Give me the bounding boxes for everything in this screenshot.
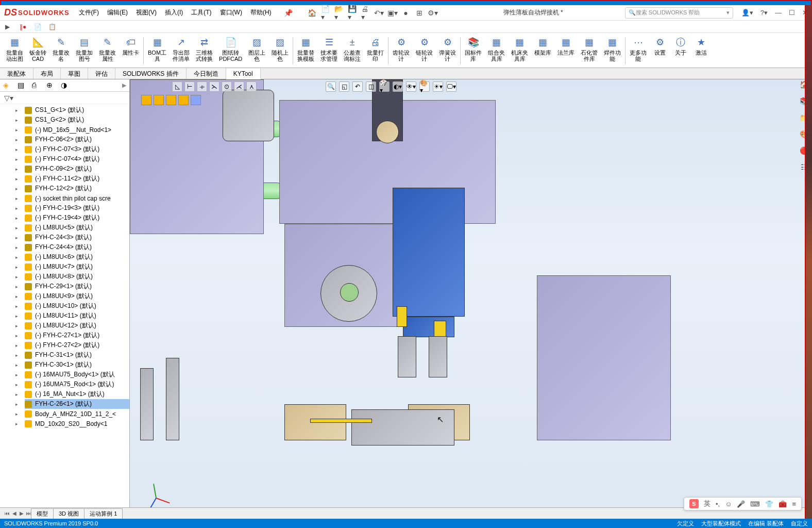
rebuild-icon[interactable]: ● bbox=[401, 8, 411, 18]
tree-item[interactable]: ▸MD_10x20_S20__Body<1 bbox=[25, 419, 129, 428]
ribbon-button[interactable]: ✎批量改 属性 bbox=[96, 35, 119, 67]
expand-icon[interactable]: ▸ bbox=[15, 323, 18, 328]
motion-tab[interactable]: 3D 视图 bbox=[53, 508, 84, 519]
axis5-icon[interactable]: ⋌ bbox=[234, 81, 244, 92]
tree-item[interactable]: ▸(-) 16_MA_Nut<1> (默认) bbox=[25, 389, 129, 399]
ribbon-button[interactable]: ⚙链轮设 计 bbox=[413, 35, 436, 67]
axis2-icon[interactable]: ⟛ bbox=[197, 81, 207, 92]
expand-icon[interactable]: ▸ bbox=[15, 353, 18, 358]
save-icon[interactable]: 💾▾ bbox=[348, 8, 357, 18]
edit-appearance-icon[interactable]: 🎨▾ bbox=[419, 81, 430, 92]
tree-item[interactable]: ▸FYH-C-24<3> (默认) bbox=[25, 233, 129, 242]
filter-bar[interactable]: ▽▾ bbox=[0, 92, 129, 104]
expand-icon[interactable]: ▸ bbox=[15, 186, 18, 191]
expand-icon[interactable]: ▸ bbox=[15, 372, 18, 377]
ribbon-button[interactable]: ▨图层上 色 bbox=[245, 35, 268, 67]
command-tab[interactable]: 布局 bbox=[33, 68, 61, 79]
undo-icon[interactable]: ↶▾ bbox=[375, 8, 384, 18]
property-mgr-icon[interactable]: ▤ bbox=[18, 81, 27, 90]
tree-item[interactable]: ▸FYH-C-26<1> (默认) bbox=[25, 399, 129, 409]
expand-icon[interactable]: ▸ bbox=[15, 304, 18, 309]
user-icon[interactable]: 👤▾ bbox=[741, 9, 753, 16]
cube-envelope-icon[interactable] bbox=[178, 95, 189, 105]
ime-toolbar[interactable]: S 英 •, ☺ 🎤 ⌨ 👕 🧰 ≡ bbox=[684, 497, 802, 510]
expand-icon[interactable]: ▸ bbox=[15, 127, 18, 133]
tree-item[interactable]: ▸FYH-C-09<2> (默认) bbox=[25, 164, 129, 174]
ribbon-button[interactable]: ⓘ关于 bbox=[670, 35, 691, 67]
zoom-fit-icon[interactable]: 🔍 bbox=[326, 81, 336, 92]
menu-item[interactable]: 文件(F) bbox=[79, 8, 99, 17]
zoom-area-icon[interactable]: ◱ bbox=[339, 81, 349, 92]
expand-icon[interactable]: ▸ bbox=[15, 284, 18, 289]
tree-item[interactable]: ▸(-) LM8UU<8> (默认) bbox=[25, 272, 129, 282]
tree-item[interactable]: ▸FYH-C-12<2> (默认) bbox=[25, 184, 129, 193]
axis1-icon[interactable]: ⊢ bbox=[184, 81, 195, 92]
expand-icon[interactable]: ▸ bbox=[15, 147, 18, 152]
ribbon-button[interactable]: ▦石化管 件库 bbox=[578, 35, 601, 67]
tree-item[interactable]: ▸(-) LM8UU<9> (默认) bbox=[25, 291, 129, 301]
expand-icon[interactable]: ▸ bbox=[15, 265, 18, 270]
expand-icon[interactable]: ▸ bbox=[15, 314, 18, 319]
ribbon-button[interactable]: 📄图纸转 PDFCAD bbox=[216, 35, 245, 67]
open-icon[interactable]: 📂▾ bbox=[334, 8, 344, 18]
prev-view-icon[interactable]: ↶ bbox=[352, 81, 363, 92]
pin-icon[interactable]: 📌 bbox=[284, 8, 293, 18]
tree-item[interactable]: ▸FYH-C-31<1> (默认) bbox=[25, 350, 129, 360]
menu-item[interactable]: 编辑(E) bbox=[107, 8, 128, 17]
cube-suppress-icon[interactable] bbox=[166, 95, 176, 105]
ribbon-button[interactable]: ⋯更多功 能 bbox=[627, 35, 650, 67]
tree-item[interactable]: ▸(-) socket thin pilot cap scre bbox=[25, 193, 129, 203]
tree-item[interactable]: ▸(-) 16UMA75_Rod<1> (默认) bbox=[25, 380, 129, 389]
expand-icon[interactable]: ▸ bbox=[15, 411, 18, 417]
expand-icon[interactable]: ▸ bbox=[15, 382, 18, 387]
command-tab[interactable]: 评估 bbox=[88, 68, 115, 79]
ime-punct-icon[interactable]: •, bbox=[716, 500, 720, 508]
options-icon[interactable]: ⊞ bbox=[415, 8, 424, 18]
ime-toolbox-icon[interactable]: 🧰 bbox=[779, 500, 787, 508]
hide-show-icon[interactable]: 👁▾ bbox=[406, 81, 416, 92]
select-icon[interactable]: ▣▾ bbox=[388, 8, 397, 18]
view-settings-icon[interactable]: 🖵▾ bbox=[446, 81, 456, 92]
script-icon[interactable]: 📋 bbox=[48, 23, 56, 30]
ime-menu-icon[interactable]: ≡ bbox=[792, 500, 796, 508]
expand-icon[interactable]: ▸ bbox=[15, 137, 18, 142]
command-tab[interactable]: 装配体 bbox=[0, 68, 33, 79]
expand-icon[interactable]: ▸ bbox=[15, 274, 18, 279]
ribbon-button[interactable]: ▦批量自 动出图 bbox=[3, 35, 26, 67]
new-icon[interactable]: 📄▾ bbox=[321, 8, 330, 18]
home-icon[interactable]: 🏠 bbox=[308, 8, 317, 18]
expand-icon[interactable]: ▸ bbox=[15, 294, 18, 299]
ribbon-button[interactable]: ▤批量加 图号 bbox=[73, 35, 96, 67]
ribbon-button[interactable]: ▦BOM工 具 bbox=[145, 35, 170, 67]
expand-icon[interactable]: ▸ bbox=[15, 167, 18, 172]
command-tab[interactable]: KYTool bbox=[226, 69, 261, 79]
expand-icon[interactable]: ▸ bbox=[15, 235, 18, 240]
cube-hidden-icon[interactable] bbox=[154, 95, 164, 105]
ribbon-button[interactable]: ✎批量改 名 bbox=[49, 35, 73, 67]
axis6-icon[interactable]: ⋏ bbox=[246, 81, 257, 92]
ime-emoji-icon[interactable]: ☺ bbox=[725, 500, 732, 508]
tree-item[interactable]: ▸(-) LM8UU<11> (默认) bbox=[25, 311, 129, 321]
settings-icon[interactable]: ⚙▾ bbox=[428, 8, 437, 18]
ribbon-button[interactable]: 🖨批量打 印 bbox=[364, 35, 387, 67]
graphics-viewport[interactable]: 🔍 ◱ ↶ ◫ 🎲▾ ◐▾ 👁▾ 🎨▾ ☀▾ 🖵▾ ◺ ⊢ ⟛ ⋋ ⊙ ⋌ ⋏ bbox=[130, 79, 812, 507]
ribbon-button[interactable]: 🏷属性卡 bbox=[119, 35, 142, 67]
feature-tree[interactable]: ▸CS1_G<1> (默认)▸CS1_G<2> (默认)▸(-) MD_16x5… bbox=[0, 104, 129, 507]
ribbon-button[interactable]: ↗导出部 件清单 bbox=[170, 35, 193, 67]
tree-item[interactable]: ▸(-) FYH-C-27<2> (默认) bbox=[25, 340, 129, 350]
expand-icon[interactable]: ▸ bbox=[15, 118, 18, 123]
expand-icon[interactable]: ▸ bbox=[15, 225, 18, 230]
doc-icon[interactable]: 📄 bbox=[34, 23, 41, 30]
command-tab[interactable]: 今日制造 bbox=[187, 68, 226, 79]
expand-icon[interactable]: ▸ bbox=[15, 245, 18, 250]
tree-item[interactable]: ▸(-) FYH-C-19<4> (默认) bbox=[25, 213, 129, 223]
command-tab[interactable]: 草图 bbox=[61, 68, 88, 79]
tree-item[interactable]: ▸(-) FYH-C-07<3> (默认) bbox=[25, 144, 129, 154]
tree-item[interactable]: ▸(-) 16MAU75_Body<1> (默认 bbox=[25, 370, 129, 380]
motion-tab[interactable]: 模型 bbox=[31, 508, 54, 519]
expand-icon[interactable]: ▸ bbox=[15, 157, 18, 162]
expand-icon[interactable]: ▸ bbox=[15, 108, 18, 113]
expand-icon[interactable]: ▸ bbox=[15, 402, 18, 407]
tree-item[interactable]: ▸FYH-C-29<1> (默认) bbox=[25, 282, 129, 291]
ime-keyboard-icon[interactable]: ⌨ bbox=[750, 500, 760, 508]
